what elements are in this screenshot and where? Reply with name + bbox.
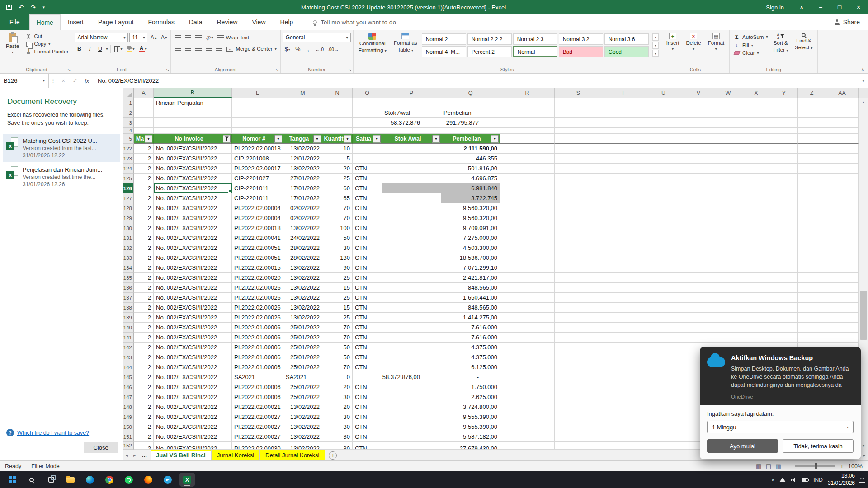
cell-AA124[interactable]: [826, 164, 859, 174]
cell-N141[interactable]: 70: [322, 333, 353, 343]
cell-X132[interactable]: [742, 243, 770, 253]
cell-L141[interactable]: PI.2022.01.00006: [232, 333, 283, 343]
cell-U140[interactable]: [644, 323, 683, 333]
cell-P127[interactable]: [382, 193, 441, 203]
row-header-141[interactable]: 141: [123, 333, 134, 343]
cell-AA138[interactable]: [826, 303, 859, 313]
cell-V134[interactable]: [683, 263, 714, 273]
cell-T149[interactable]: [602, 412, 644, 422]
cell-Z130[interactable]: [798, 223, 826, 233]
column-header-AA[interactable]: AA: [826, 88, 859, 98]
cell-O138[interactable]: CTN: [353, 303, 382, 313]
cell-B4[interactable]: [154, 128, 232, 134]
cell-Y128[interactable]: [770, 203, 798, 213]
cell-Q136[interactable]: 848.565,00: [441, 283, 500, 293]
page-layout-view-button[interactable]: ▤: [764, 463, 773, 469]
cell-style-normal-2[interactable]: Normal 2: [422, 33, 466, 45]
cell-T3[interactable]: [602, 118, 644, 128]
cell-Q4[interactable]: [441, 128, 500, 134]
cell-L126[interactable]: CIP-2201011: [232, 183, 283, 193]
cell-R152[interactable]: [500, 442, 555, 450]
cell-Q3[interactable]: 291.795.877: [441, 118, 500, 128]
row-header-123[interactable]: 123: [123, 154, 134, 164]
cell-M4[interactable]: [283, 128, 322, 134]
cell-R132[interactable]: [500, 243, 555, 253]
align-center-button[interactable]: [184, 44, 193, 54]
zoom-slider-thumb[interactable]: [815, 463, 817, 469]
cell-W3[interactable]: [714, 118, 742, 128]
row-header-144[interactable]: 144: [123, 362, 134, 372]
cell-M139[interactable]: 13/02/2022: [283, 313, 322, 323]
cell-AA128[interactable]: [826, 203, 859, 213]
cell-L130[interactable]: PI.2022.02.00018: [232, 223, 283, 233]
underline-button[interactable]: U: [95, 44, 104, 54]
row-header-126[interactable]: 126: [123, 183, 134, 193]
styles-scroll-down-button[interactable]: ▾: [652, 42, 659, 49]
cell-L127[interactable]: CIP-2201011: [232, 193, 283, 203]
cell-S124[interactable]: [555, 164, 602, 174]
cell-W130[interactable]: [714, 223, 742, 233]
filter-button-N[interactable]: ▾: [344, 135, 351, 142]
zoom-slider[interactable]: [795, 465, 835, 467]
cell-N148[interactable]: 20: [322, 402, 353, 412]
cell-M133[interactable]: 28/02/2022: [283, 253, 322, 263]
cell-N146[interactable]: 20: [322, 382, 353, 392]
cell-O125[interactable]: CTN: [353, 174, 382, 183]
cell-N140[interactable]: 70: [322, 323, 353, 333]
cell-A140[interactable]: 2: [134, 323, 154, 333]
ribbon-tab-home[interactable]: Home: [29, 14, 61, 30]
cell-O140[interactable]: CTN: [353, 323, 382, 333]
cell-O4[interactable]: [353, 128, 382, 134]
cell-N124[interactable]: 20: [322, 164, 353, 174]
row-header-147[interactable]: 147: [123, 392, 134, 402]
cell-Q127[interactable]: 3.722.745: [441, 193, 500, 203]
cell-Y139[interactable]: [770, 313, 798, 323]
cell-Q126[interactable]: 6.981.840: [441, 183, 500, 193]
row-header-145[interactable]: 145: [123, 372, 134, 382]
column-header-T[interactable]: T: [602, 88, 644, 98]
sort-filter-button[interactable]: AZ Sort & Filter ▾: [770, 32, 791, 54]
cell-Q133[interactable]: 18.536.700,00: [441, 253, 500, 263]
cell-O137[interactable]: CTN: [353, 293, 382, 303]
cell-M145[interactable]: SA2021: [283, 372, 322, 382]
cell-P140[interactable]: [382, 323, 441, 333]
cell-Q138[interactable]: 848.565,00: [441, 303, 500, 313]
cell-V137[interactable]: [683, 293, 714, 303]
cell-B148[interactable]: No. 002/EX/CSI/II/2022: [154, 402, 232, 412]
cell-W134[interactable]: [714, 263, 742, 273]
cell-Z138[interactable]: [798, 303, 826, 313]
cell-Z137[interactable]: [798, 293, 826, 303]
cell-B122[interactable]: No. 002/EX/CSI/II/2022: [154, 144, 232, 154]
cell-S147[interactable]: [555, 392, 602, 402]
cell-B136[interactable]: No. 002/EX/CSI/II/2022: [154, 283, 232, 293]
cell-A151[interactable]: 2: [134, 432, 154, 442]
cell-R147[interactable]: [500, 392, 555, 402]
cell-N130[interactable]: 100: [322, 223, 353, 233]
cell-Z139[interactable]: [798, 313, 826, 323]
cell-T150[interactable]: [602, 422, 644, 432]
cell-W4[interactable]: [714, 128, 742, 134]
cell-V126[interactable]: [683, 183, 714, 193]
cell-S144[interactable]: [555, 362, 602, 372]
number-format-select[interactable]: General▾: [283, 33, 351, 42]
cell-AA2[interactable]: [826, 108, 859, 118]
cell-M149[interactable]: 13/02/2022: [283, 412, 322, 422]
cell-V141[interactable]: [683, 333, 714, 343]
cell-B124[interactable]: No. 002/EX/CSI/II/2022: [154, 164, 232, 174]
row-header-140[interactable]: 140: [123, 323, 134, 333]
cell-AA123[interactable]: [826, 154, 859, 164]
hidden-icons-button[interactable]: ∧: [771, 477, 774, 482]
cell-Z5[interactable]: [798, 134, 826, 144]
cell-Z124[interactable]: [798, 164, 826, 174]
cell-N2[interactable]: [322, 108, 353, 118]
cell-L152[interactable]: PI.2022.02.00030: [232, 442, 283, 450]
cell-T134[interactable]: [602, 263, 644, 273]
new-sheet-button[interactable]: +: [329, 451, 337, 460]
cell-L134[interactable]: PI.2022.02.00015: [232, 263, 283, 273]
delete-cells-button[interactable]: ×Delete▾: [683, 32, 703, 52]
cell-S141[interactable]: [555, 333, 602, 343]
row-header-149[interactable]: 149: [123, 412, 134, 422]
cell-U3[interactable]: [644, 118, 683, 128]
close-button[interactable]: ×: [849, 0, 868, 14]
cell-S3[interactable]: [555, 118, 602, 128]
